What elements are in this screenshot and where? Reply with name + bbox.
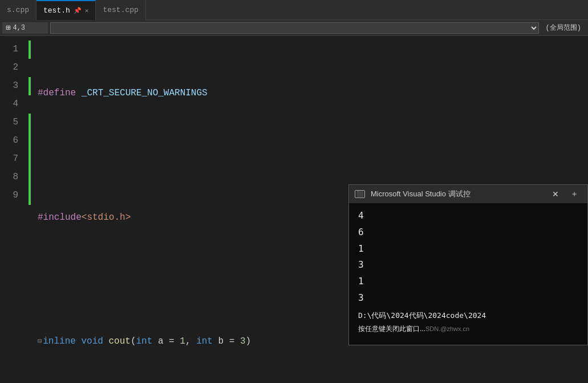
debug-console: ⬛ Microsoft Visual Studio 调试控 ✕ ＋ 4 6 1 … <box>348 184 588 345</box>
collapse-button-5[interactable]: ⊟ <box>38 336 42 347</box>
line-numbers: 1 2 3 4 5 6 7 8 9 <box>0 36 29 383</box>
code-line-2 <box>38 147 588 165</box>
include-path: <stdio.h> <box>82 211 131 225</box>
debug-hint: 按任意键关闭此窗口...SDN.@zhwx.cn <box>358 323 578 340</box>
editor-area: 1 2 3 4 5 6 7 8 9 #define _CRT_SECURE_NO… <box>0 36 588 383</box>
line-num-2: 2 <box>0 59 23 77</box>
tab-s-cpp-label: s.cpp <box>7 6 29 14</box>
debug-console-title: Microsoft Visual Studio 调试控 <box>371 189 544 199</box>
debug-titlebar: ⬛ Microsoft Visual Studio 调试控 ✕ ＋ <box>349 185 587 203</box>
tab-test-cpp[interactable]: test.cpp <box>96 0 145 20</box>
new-tab-debug-button[interactable]: ＋ <box>567 188 582 200</box>
debug-output-line-2: 6 <box>358 224 578 241</box>
define-keyword: #define <box>38 86 76 101</box>
close-debug-button[interactable]: ✕ <box>549 188 562 200</box>
cursor-position: 4,3 <box>13 24 25 32</box>
tab-test-h-label: test.h <box>43 6 70 15</box>
console-icon: ⬛ <box>355 190 365 198</box>
debug-output-line-1: 4 <box>358 208 578 224</box>
debug-output-line-3: 1 <box>358 241 578 257</box>
include-keyword: #include <box>38 211 82 225</box>
line-num-6: 6 <box>0 132 23 150</box>
line-num-7: 7 <box>0 150 23 168</box>
tab-bar: s.cpp test.h 📌 ✕ test.cpp <box>0 0 588 20</box>
debug-output-line-5: 1 <box>358 273 578 290</box>
line-num-1: 1 <box>0 41 23 59</box>
nav-bar: ⊞ 4,3 (全局范围) <box>0 20 588 36</box>
line-num-8: 8 <box>0 168 23 187</box>
pin-icon: 📌 <box>74 7 82 14</box>
int-keyword-1: int <box>136 334 152 349</box>
tab-s-cpp[interactable]: s.cpp <box>0 0 37 20</box>
int-keyword-2: int <box>196 334 213 349</box>
line-num-9: 9 <box>0 187 23 205</box>
debug-output-line-6: 3 <box>358 290 578 307</box>
tab-test-cpp-label: test.cpp <box>103 6 138 14</box>
inline-keyword: inline <box>43 334 76 349</box>
close-tab-button[interactable]: ✕ <box>85 7 89 14</box>
debug-path: D:\代码\2024代码\2024code\2024 <box>358 309 578 322</box>
debug-output: 4 6 1 3 1 3 D:\代码\2024代码\2024code\2024 按… <box>349 203 587 345</box>
function-name: cout <box>108 334 130 349</box>
symbol-dropdown[interactable] <box>50 22 539 34</box>
debug-output-line-4: 3 <box>358 257 578 273</box>
number-3: 3 <box>240 334 246 349</box>
void-keyword: void <box>81 334 103 349</box>
line-num-5: 5 <box>0 114 23 132</box>
line-num-4: 4 <box>0 95 23 114</box>
scope-label: (全局范围) <box>541 23 586 33</box>
line-num-3: 3 <box>0 77 23 95</box>
number-1: 1 <box>180 334 185 349</box>
tab-test-h[interactable]: test.h 📌 ✕ <box>37 0 96 20</box>
cursor-location: ⊞ 4,3 <box>2 22 48 34</box>
macro-name: _CRT_SECURE_NO_WARNINGS <box>82 86 208 101</box>
code-line-1: #define _CRT_SECURE_NO_WARNINGS <box>38 84 588 103</box>
watermark-text: SDN.@zhwx.cn <box>425 325 469 332</box>
